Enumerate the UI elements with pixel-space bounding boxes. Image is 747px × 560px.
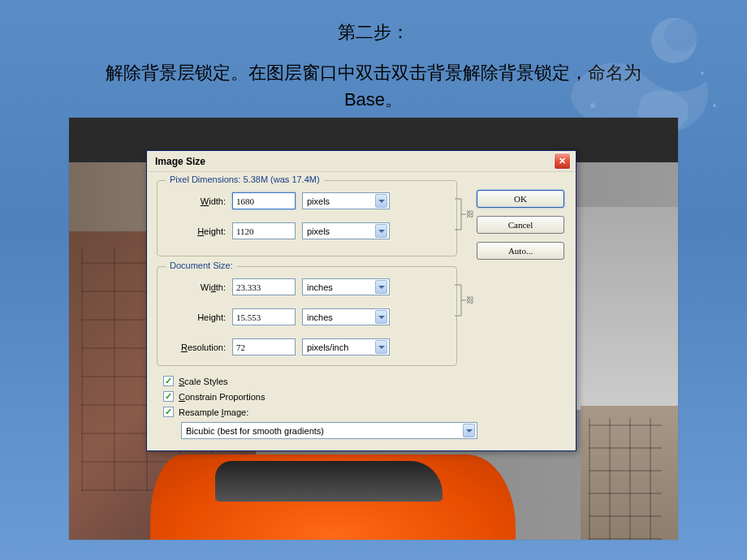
dropdown-button[interactable] [375, 310, 387, 324]
photo-building-right [581, 406, 678, 540]
resolution-input[interactable] [232, 338, 296, 355]
dialog-side-buttons: OK Cancel Auto... [477, 190, 564, 260]
chevron-down-icon [378, 316, 385, 319]
cancel-button[interactable]: Cancel [477, 216, 564, 234]
photo-car [150, 454, 516, 540]
resolution-unit-select[interactable]: pixels/inch [302, 338, 390, 355]
chevron-down-icon [378, 286, 385, 289]
doc-width-unit-select[interactable]: inches [302, 278, 390, 295]
checkmark-icon: ✓ [165, 407, 172, 416]
px-height-unit-value: pixels [307, 226, 330, 236]
resolution-label: Resolution: [167, 342, 226, 352]
scale-styles-checkbox[interactable]: ✓ [163, 376, 174, 386]
resample-label: Resample Image: [179, 407, 248, 417]
chevron-down-icon [378, 346, 385, 349]
checkmark-icon: ✓ [165, 392, 172, 401]
scale-styles-checkbox-row[interactable]: ✓ Scale Styles [163, 376, 566, 386]
auto-button[interactable]: Auto... [477, 242, 564, 260]
constrain-link-icon: ⛓ [453, 282, 468, 319]
chevron-down-icon [378, 200, 385, 203]
constrain-checkbox[interactable]: ✓ [163, 391, 174, 402]
chevron-down-icon [378, 230, 385, 233]
px-height-unit-select[interactable]: pixels [302, 222, 390, 239]
checkmark-icon: ✓ [165, 377, 172, 386]
dialog-title: Image Size [152, 156, 554, 167]
dropdown-button[interactable] [463, 424, 475, 437]
px-width-label: Width: [167, 196, 226, 206]
document-size-fieldset: Document Size: Width: inches Height: [157, 266, 457, 366]
resolution-unit-value: pixels/inch [307, 342, 348, 352]
close-icon: ✕ [559, 156, 566, 166]
doc-width-label: Width: [167, 282, 226, 292]
ok-button[interactable]: OK [477, 190, 564, 208]
px-width-unit-select[interactable]: pixels [302, 192, 390, 209]
scale-styles-label: Scale Styles [179, 377, 228, 386]
doc-height-label: Height: [167, 312, 226, 322]
doc-height-input[interactable] [232, 308, 296, 325]
slide-header: 第二步： 解除背景层锁定。在图层窗口中双击双击背景解除背景锁定，命名为Base。 [0, 0, 747, 113]
resample-method-value: Bicubic (best for smooth gradients) [186, 426, 324, 436]
resample-checkbox[interactable]: ✓ [163, 407, 174, 417]
px-width-input[interactable] [232, 192, 296, 209]
dropdown-button[interactable] [375, 340, 387, 354]
document-size-legend: Document Size: [166, 261, 237, 270]
constrain-label: Constrain Proportions [179, 392, 265, 402]
px-height-label: Height: [167, 226, 226, 236]
px-height-input[interactable] [232, 222, 296, 239]
image-size-dialog: Image Size ✕ OK Cancel Auto... Pixel Dim… [146, 150, 576, 451]
constrain-checkbox-row[interactable]: ✓ Constrain Proportions [163, 391, 566, 402]
step-title: 第二步： [0, 20, 747, 45]
resample-checkbox-row[interactable]: ✓ Resample Image: [163, 407, 566, 417]
dialog-titlebar[interactable]: Image Size ✕ [147, 151, 576, 172]
doc-width-unit-value: inches [307, 282, 333, 292]
dropdown-button[interactable] [375, 194, 387, 208]
doc-height-unit-value: inches [307, 312, 333, 322]
pixel-dimensions-legend: Pixel Dimensions: 5.38M (was 17.4M) [166, 174, 324, 184]
pixel-dimensions-fieldset: Pixel Dimensions: 5.38M (was 17.4M) Widt… [157, 180, 457, 256]
dropdown-button[interactable] [375, 280, 387, 294]
px-width-unit-value: pixels [307, 196, 330, 206]
doc-height-unit-select[interactable]: inches [302, 308, 390, 325]
screenshot-container: Image Size ✕ OK Cancel Auto... Pixel Dim… [69, 118, 678, 540]
resample-method-select[interactable]: Bicubic (best for smooth gradients) [181, 422, 477, 439]
chevron-down-icon [466, 429, 473, 433]
dropdown-button[interactable] [375, 224, 387, 238]
doc-width-input[interactable] [232, 278, 296, 295]
constrain-link-icon: ⛓ [453, 196, 468, 233]
close-button[interactable]: ✕ [554, 153, 571, 170]
dialog-body: OK Cancel Auto... Pixel Dimensions: 5.38… [147, 172, 576, 450]
step-description: 解除背景层锁定。在图层窗口中双击双击背景解除背景锁定，命名为Base。 [81, 59, 666, 113]
